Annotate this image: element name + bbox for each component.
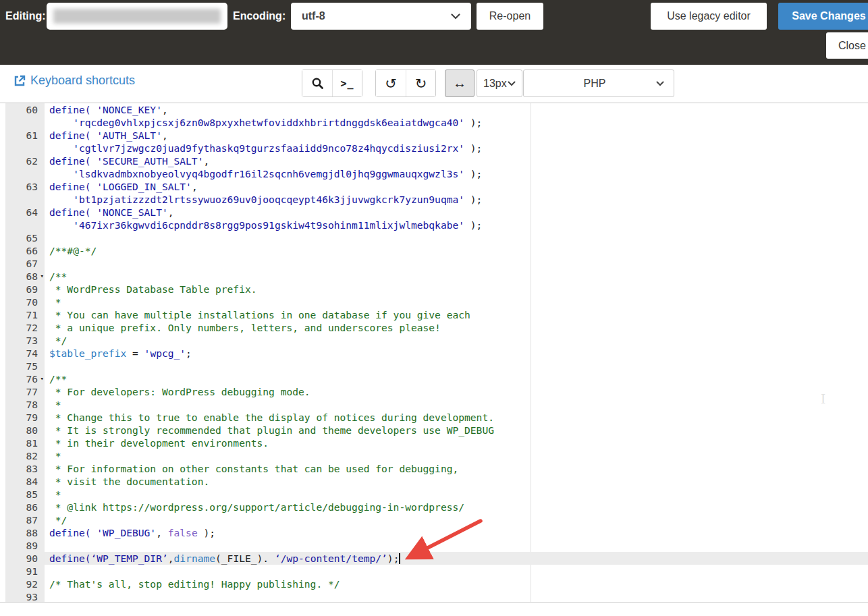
code-line-wrap[interactable]: 'bt1pzjatizzzdt2lrtssywuoz69uv0jooqcqeyp… — [0, 193, 868, 206]
code-line-67[interactable]: 67 — [0, 257, 868, 270]
line-number[interactable]: 75 — [5, 360, 45, 372]
fold-caret-icon[interactable]: ▾ — [40, 270, 44, 283]
line-number[interactable]: 86 — [5, 501, 45, 513]
code-line-88[interactable]: 88define( 'WP_DEBUG', false ); — [0, 526, 868, 539]
code-text[interactable]: * — [45, 398, 868, 411]
code-line-62[interactable]: 62define( 'SECURE_AUTH_SALT', — [0, 155, 868, 167]
code-line-82[interactable]: 82 * — [0, 449, 868, 462]
filename-field[interactable] — [47, 3, 227, 29]
code-line-wrap[interactable]: 'rqcdeg0vhlxpjcsxj6zn0w8pxyxhetwfoviddxh… — [0, 116, 868, 129]
line-number[interactable]: 73 — [5, 334, 45, 347]
line-number[interactable] — [5, 193, 45, 206]
code-line-86[interactable]: 86 * @link https://wordpress.org/support… — [0, 501, 868, 513]
line-number[interactable]: 66 — [5, 244, 45, 257]
line-number[interactable]: 60 — [5, 103, 45, 116]
code-text[interactable]: * — [45, 449, 868, 462]
code-line-79[interactable]: 79 * Change this to true to enable the d… — [0, 411, 868, 424]
code-text[interactable]: /** — [45, 372, 868, 385]
code-line-73[interactable]: 73 */ — [0, 334, 868, 347]
line-number[interactable]: 90 — [5, 552, 45, 565]
code-text[interactable]: define( 'LOGGED_IN_SALT', — [45, 180, 868, 193]
code-text[interactable] — [45, 257, 868, 270]
line-number[interactable] — [5, 167, 45, 180]
code-text[interactable]: * For developers: WordPress debugging mo… — [45, 385, 868, 398]
code-line-64[interactable]: 64define( 'NONCE_SALT', — [0, 206, 868, 219]
code-text[interactable]: */ — [45, 334, 868, 347]
fold-caret-icon[interactable]: ▾ — [40, 372, 44, 385]
line-number[interactable]: 78 — [5, 398, 45, 411]
code-line-80[interactable]: 80 * It is strongly recommended that plu… — [0, 424, 868, 437]
line-number[interactable]: 79 — [5, 411, 45, 424]
code-line-76[interactable]: 76▾/** — [0, 372, 868, 385]
code-line-72[interactable]: 72 * a unique prefix. Only numbers, lett… — [0, 321, 868, 334]
line-number[interactable]: 76▾ — [5, 372, 45, 385]
code-line-74[interactable]: 74$table_prefix = 'wpcg_'; — [0, 347, 868, 360]
code-text[interactable]: * It is strongly recommended that plugin… — [45, 424, 868, 437]
terminal-button[interactable]: >_ — [332, 70, 362, 96]
code-text[interactable]: define( 'NONCE_SALT', — [45, 206, 868, 219]
code-text[interactable]: * visit the documentation. — [45, 475, 868, 488]
code-text[interactable]: 'bt1pzjatizzzdt2lrtssywuoz69uv0jooqcqeyp… — [45, 193, 868, 206]
code-line-93[interactable]: 93 — [0, 590, 868, 603]
line-number[interactable]: 61 — [5, 129, 45, 142]
line-number[interactable]: 77 — [5, 385, 45, 398]
line-number[interactable]: 64 — [5, 206, 45, 219]
line-number[interactable]: 89 — [5, 539, 45, 552]
line-number[interactable]: 81 — [5, 437, 45, 449]
line-number[interactable] — [5, 219, 45, 231]
code-text[interactable]: '467ixr36kgwvdi6cpnddr8s8rgg9pos91gskiw4… — [45, 219, 868, 231]
code-line-84[interactable]: 84 * visit the documentation. — [0, 475, 868, 488]
code-text[interactable]: 'cgtlvr7jzwgcz0juad9fythaskq9tgurzsfaaii… — [45, 142, 868, 155]
line-number[interactable]: 88 — [5, 526, 45, 539]
code-line-77[interactable]: 77 * For developers: WordPress debugging… — [0, 385, 868, 398]
line-number[interactable]: 68▾ — [5, 270, 45, 283]
code-text[interactable] — [45, 360, 868, 372]
code-line-87[interactable]: 87 */ — [0, 513, 868, 526]
code-line-65[interactable]: 65 — [0, 231, 868, 244]
code-text[interactable]: * WordPress Database Table prefix. — [45, 283, 868, 296]
use-legacy-editor-button[interactable]: Use legacy editor — [651, 3, 767, 30]
code-text[interactable]: * You can have multiple installations in… — [45, 308, 868, 321]
code-text[interactable]: define( 'NONCE_KEY', — [45, 103, 868, 116]
line-number[interactable]: 63 — [5, 180, 45, 193]
code-line-92[interactable]: 92/* That's all, stop editing! Happy pub… — [0, 578, 868, 590]
code-text[interactable]: * @link https://wordpress.org/support/ar… — [45, 501, 868, 513]
code-text[interactable] — [45, 565, 868, 578]
line-number[interactable]: 72 — [5, 321, 45, 334]
code-line-75[interactable]: 75 — [0, 360, 868, 372]
code-line-85[interactable]: 85 * — [0, 488, 868, 501]
code-editor[interactable]: 60define( 'NONCE_KEY', 'rqcdeg0vhlxpjcsx… — [0, 103, 868, 603]
code-line-70[interactable]: 70 * — [0, 296, 868, 308]
code-text[interactable]: $table_prefix = 'wpcg_'; — [45, 347, 868, 360]
code-line-60[interactable]: 60define( 'NONCE_KEY', — [0, 103, 868, 116]
code-line-wrap[interactable]: '467ixr36kgwvdi6cpnddr8s8rgg9pos91gskiw4… — [0, 219, 868, 231]
word-wrap-toggle-button[interactable]: ↔ — [445, 69, 474, 97]
code-text[interactable]: */ — [45, 513, 868, 526]
font-size-select[interactable]: 13px — [477, 69, 522, 97]
line-number[interactable]: 91 — [5, 565, 45, 578]
code-text[interactable]: define(‘WP_TEMP_DIR’,dirname(_FILE_). ‘/… — [45, 552, 868, 565]
code-line-wrap[interactable]: 'lsdkvadmbxnobyeolvyq4bgodfr16il2sqcnh6v… — [0, 167, 868, 180]
code-text[interactable]: 'lsdkvadmbxnobyeolvyq4bgodfr16il2sqcnh6v… — [45, 167, 868, 180]
keyboard-shortcuts-link[interactable]: Keyboard shortcuts — [13, 74, 135, 88]
code-text[interactable]: /** — [45, 270, 868, 283]
search-button[interactable] — [302, 70, 332, 96]
code-text[interactable]: define( 'WP_DEBUG', false ); — [45, 526, 868, 539]
line-number[interactable]: 87 — [5, 513, 45, 526]
syntax-language-select[interactable]: PHP — [523, 69, 674, 97]
line-number[interactable]: 69 — [5, 283, 45, 296]
save-changes-button[interactable]: Save Changes — [778, 3, 868, 30]
close-button[interactable]: Close — [826, 32, 868, 59]
code-text[interactable]: * — [45, 488, 868, 501]
code-line-81[interactable]: 81 * in their development environments. — [0, 437, 868, 449]
code-line-69[interactable]: 69 * WordPress Database Table prefix. — [0, 283, 868, 296]
line-number[interactable]: 67 — [5, 257, 45, 270]
code-text[interactable]: /* That's all, stop editing! Happy publi… — [45, 578, 868, 590]
line-number[interactable]: 84 — [5, 475, 45, 488]
code-line-wrap[interactable]: 'cgtlvr7jzwgcz0juad9fythaskq9tgurzsfaaii… — [0, 142, 868, 155]
line-number[interactable]: 82 — [5, 449, 45, 462]
code-text[interactable]: define( 'AUTH_SALT', — [45, 129, 868, 142]
line-number[interactable]: 70 — [5, 296, 45, 308]
undo-button[interactable]: ↺ — [376, 70, 406, 96]
redo-button[interactable]: ↻ — [406, 70, 435, 96]
